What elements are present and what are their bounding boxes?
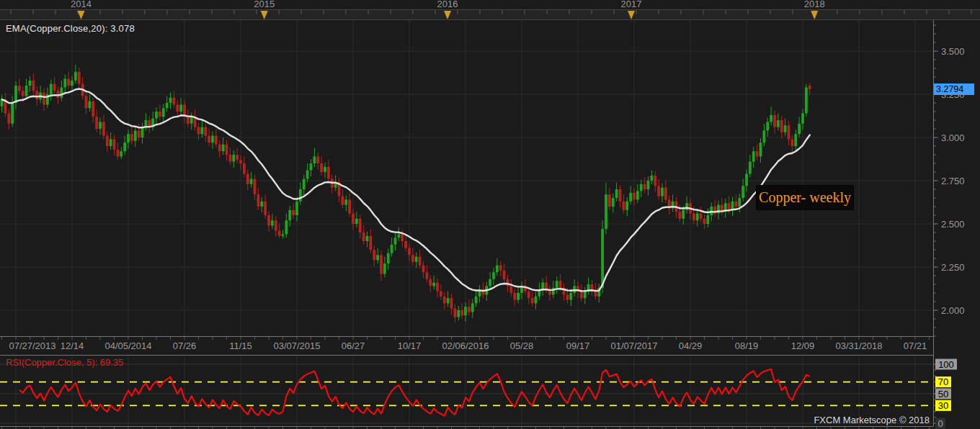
ema-indicator-label: EMA(Copper.Close,20): 3.078 (6, 23, 135, 34)
chart-window: 201420152016201720183.5003.2503.0002.750… (0, 0, 980, 429)
rsi-axis-label: 30 (938, 400, 948, 411)
date-axis-label: 12/09 (791, 340, 815, 351)
price-axis-label: 2.250 (941, 262, 965, 273)
date-axis-label: 09/17 (566, 340, 590, 351)
rsi-axis-label: 0 (937, 418, 943, 429)
date-axis-label: 03/07/2015 (273, 340, 320, 351)
date-axis-label: 03/31/2018 (835, 340, 882, 351)
date-axis-label: 08/19 (735, 340, 759, 351)
rsi-indicator-label: RSI(Copper.Close, 5): 69.35 (6, 357, 123, 368)
date-axis-label: 04/05/2014 (104, 340, 151, 351)
year-label: 2016 (437, 0, 458, 9)
date-axis-label: 12/14 (61, 340, 84, 351)
date-axis-label: 02/06/2016 (442, 340, 489, 351)
chart-title-badge[interactable]: Copper- weekly (756, 185, 854, 210)
date-axis-label: 10/17 (398, 340, 422, 351)
year-label: 2018 (804, 0, 825, 9)
price-axis-label: 2.000 (941, 305, 965, 316)
year-label: 2017 (621, 0, 642, 9)
date-axis-label: 07/27/2013 (9, 340, 55, 351)
price-axis-label: 3.000 (941, 132, 965, 143)
copyright-text: FXCM Marketscope © 2018 (814, 415, 930, 425)
date-axis-label: 01/07/2017 (610, 340, 657, 351)
rsi-axis-label: 100 (938, 359, 954, 370)
candlestick-chart-canvas[interactable]: 201420152016201720183.5003.2503.0002.750… (0, 0, 980, 429)
date-axis-label: 07/26 (173, 340, 197, 351)
year-label: 2015 (254, 0, 275, 9)
date-axis-label: 05/28 (510, 340, 534, 351)
date-axis-label: 11/15 (229, 340, 252, 351)
year-label: 2014 (71, 0, 92, 9)
price-axis-label: 3.500 (941, 46, 965, 57)
rsi-axis-label: 70 (938, 376, 948, 387)
date-axis-label: 06/27 (342, 340, 365, 351)
last-price-badge: 3.2794 (934, 83, 974, 95)
rsi-axis-label: 50 (938, 389, 948, 399)
price-axis-label: 2.750 (941, 176, 965, 186)
date-axis-label: 04/29 (679, 340, 703, 351)
date-axis-label: 07/21 (904, 340, 927, 351)
price-axis-label: 2.500 (941, 219, 965, 230)
